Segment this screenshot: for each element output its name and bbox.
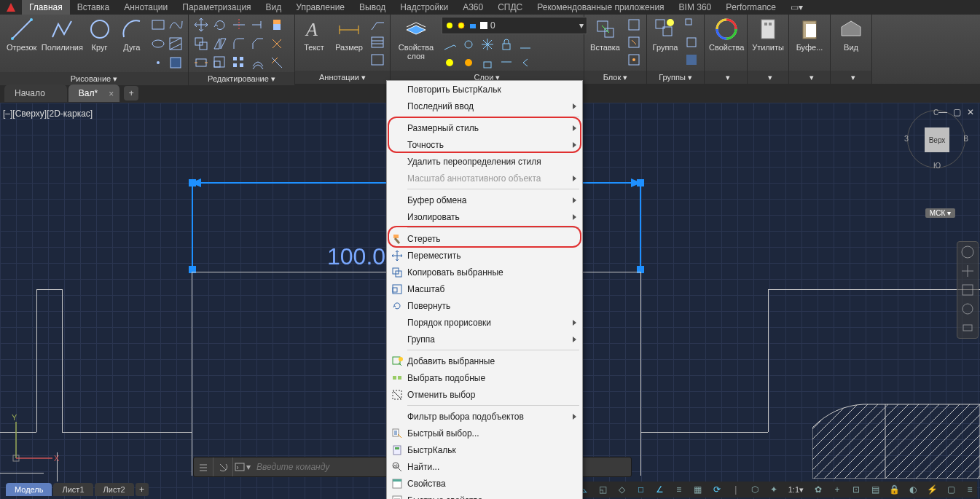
ctx-копировать-выбранные[interactable]: Копировать выбранные: [387, 264, 582, 280]
stretch-icon[interactable]: [193, 55, 209, 71]
scale-icon[interactable]: [212, 55, 228, 71]
offset-icon[interactable]: [250, 55, 266, 71]
panel-modify-title[interactable]: Редактирование: [189, 72, 294, 85]
ctx-повернуть[interactable]: Повернуть: [387, 297, 582, 314]
ctx-свойства[interactable]: Свойства: [387, 475, 582, 492]
align-icon[interactable]: [269, 55, 285, 71]
copy-icon[interactable]: [193, 36, 209, 52]
circle-button[interactable]: Круг: [85, 17, 113, 52]
mtext-icon[interactable]: [369, 52, 385, 68]
zoom-extents-icon[interactable]: [960, 283, 975, 297]
hardware-accel[interactable]: ⚡: [925, 482, 939, 497]
tab-manage[interactable]: Управление: [289, 0, 352, 15]
add-layout-button[interactable]: +: [136, 483, 149, 496]
osnap-toggle[interactable]: □: [634, 482, 648, 497]
array-icon[interactable]: [231, 55, 247, 71]
leader-icon[interactable]: [369, 17, 385, 33]
group-edit-icon[interactable]: [683, 34, 699, 50]
move-icon[interactable]: [193, 17, 209, 33]
panel-groups-title[interactable]: Группы: [647, 71, 704, 84]
grip[interactable]: [189, 179, 196, 186]
trim-icon[interactable]: [231, 17, 247, 33]
ctx-стереть[interactable]: Стереть: [387, 230, 582, 247]
customize-button[interactable]: ≡: [963, 482, 977, 497]
ctx-удалить-переопределения-стиля[interactable]: Удалить переопределения стиля: [387, 153, 582, 170]
add-tab-button[interactable]: +: [124, 86, 138, 101]
qproperties-toggle[interactable]: ▤: [868, 482, 882, 497]
ungroup-icon[interactable]: [683, 17, 699, 33]
annomonitor-toggle[interactable]: +: [830, 482, 844, 497]
steering-wheel-icon[interactable]: [960, 245, 975, 259]
lineweight-toggle[interactable]: ≡: [672, 482, 686, 497]
annoscale-toggle[interactable]: ⬡: [748, 482, 762, 497]
tab-layout2[interactable]: Лист2: [95, 483, 134, 496]
tab-addins[interactable]: Надстройки: [393, 0, 455, 15]
tab-main[interactable]: Главная: [22, 0, 70, 15]
navigation-bar[interactable]: [957, 241, 979, 339]
tab-layout1[interactable]: Лист1: [53, 483, 93, 496]
chamfer-icon[interactable]: [250, 36, 266, 52]
tab-insert[interactable]: Вставка: [70, 0, 117, 15]
lay-unlock-icon[interactable]: [479, 55, 495, 71]
lay-frz-icon[interactable]: [479, 36, 495, 52]
lay-cur-icon[interactable]: [498, 55, 514, 71]
pan-icon[interactable]: [960, 264, 975, 278]
ctx-изолировать[interactable]: Изолировать: [387, 208, 582, 225]
layer-combo[interactable]: 0▾: [442, 17, 587, 34]
showmotion-icon[interactable]: [960, 321, 975, 335]
polyline-button[interactable]: Полилиния: [43, 17, 81, 52]
minimize-icon[interactable]: —: [938, 107, 947, 117]
cmd-tools-icon[interactable]: [213, 457, 233, 476]
workspace-button[interactable]: ✿: [811, 482, 826, 497]
text-button[interactable]: AТекст: [299, 17, 329, 52]
ctx-быстркальк[interactable]: БыстрКальк: [387, 441, 582, 458]
ctx-буфер-обмена[interactable]: Буфер обмена: [387, 192, 582, 208]
app-logo[interactable]: [0, 0, 22, 15]
viewport-label[interactable]: [–][Сверху][2D-каркас]: [3, 109, 93, 119]
doc-tab-file[interactable]: Вал*×: [68, 85, 119, 102]
ctx-масштаб[interactable]: Масштаб: [387, 280, 582, 297]
group-button[interactable]: Группа: [651, 17, 679, 52]
otrack-toggle[interactable]: ∠: [653, 482, 667, 497]
tab-parametric[interactable]: Параметризация: [175, 0, 258, 15]
region-icon[interactable]: [168, 55, 184, 71]
transparency-toggle[interactable]: ▦: [691, 482, 705, 497]
ellipse-icon[interactable]: [150, 36, 166, 52]
group-sel-icon[interactable]: [683, 52, 699, 68]
point-icon[interactable]: [150, 55, 166, 71]
ctx-размерный-стиль[interactable]: Размерный стиль: [387, 119, 582, 136]
clipboard-button[interactable]: Буфе...: [793, 17, 826, 52]
lay-prev-icon[interactable]: [517, 55, 533, 71]
close-icon[interactable]: ×: [109, 89, 114, 99]
erase-icon[interactable]: [269, 17, 285, 33]
panel-block-title[interactable]: Блок: [584, 71, 646, 84]
ctx-выбрать-подобные[interactable]: Выбрать подобные: [387, 369, 582, 386]
panel-clipboard-title[interactable]: [789, 71, 830, 84]
wcs-label[interactable]: МСК ▾: [925, 208, 955, 218]
ctx-группа[interactable]: Группа: [387, 331, 582, 347]
lay-iso-icon[interactable]: [460, 36, 477, 52]
extend-icon[interactable]: [250, 17, 266, 33]
panel-view-title[interactable]: [831, 71, 871, 84]
view-cube[interactable]: Верх С Ю З В: [907, 110, 965, 168]
close-icon[interactable]: ✕: [967, 107, 974, 117]
panel-draw-title[interactable]: Рисование: [0, 72, 188, 85]
ctx-порядок-прорисовки[interactable]: Порядок прорисовки: [387, 314, 582, 331]
tab-view[interactable]: Вид: [259, 0, 289, 15]
properties-button[interactable]: Свойства: [709, 17, 744, 52]
insert-block-button[interactable]: Вставка: [589, 17, 622, 52]
ctx-быстрый-выбор-[interactable]: Быстрый выбор...: [387, 425, 582, 441]
lay-on-icon[interactable]: [442, 55, 458, 71]
ctx-точность[interactable]: Точность: [387, 136, 582, 153]
lock-ui-toggle[interactable]: 🔒: [887, 482, 901, 497]
lay-thaw-icon[interactable]: [460, 55, 477, 71]
dimension-button[interactable]: Размер: [333, 17, 365, 52]
annovis-toggle[interactable]: ✦: [767, 482, 781, 497]
panel-properties-title[interactable]: [705, 71, 747, 84]
ctx-найти-[interactable]: abНайти...: [387, 458, 582, 475]
ctx-переместить[interactable]: Переместить: [387, 247, 582, 264]
ctx-добавить-выбранные[interactable]: Добавить выбранные: [387, 353, 582, 369]
table-icon[interactable]: [369, 34, 385, 50]
isolate-toggle[interactable]: ◐: [906, 482, 920, 497]
polar-toggle[interactable]: ◱: [596, 482, 611, 497]
